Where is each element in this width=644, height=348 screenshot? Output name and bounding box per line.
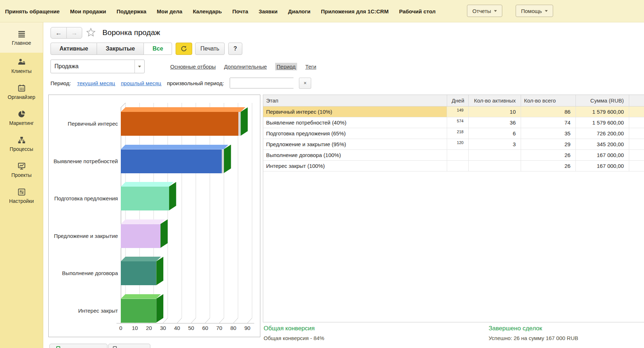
previous-month-link[interactable]: прошлый месяц bbox=[121, 80, 161, 86]
cell-days: 574 bbox=[447, 117, 469, 128]
funnel-bar bbox=[121, 149, 222, 173]
gray-checkbox-icon bbox=[113, 346, 117, 348]
cell-days: 149 bbox=[447, 106, 469, 117]
x-axis-tick-label: 90 bbox=[241, 325, 253, 331]
combo-dropdown-button[interactable] bbox=[134, 60, 144, 73]
refresh-button[interactable] bbox=[176, 43, 192, 55]
funnel-bar bbox=[121, 224, 160, 248]
funnel-type-select[interactable]: Продажа bbox=[50, 60, 145, 73]
flow-icon bbox=[1, 136, 42, 145]
partial-button-2[interactable] bbox=[108, 344, 150, 348]
clients-icon bbox=[1, 58, 42, 67]
sidebar-item-label: Органайзер bbox=[8, 94, 35, 100]
partial-button-1[interactable] bbox=[49, 344, 107, 348]
funnel-bar-end-cap bbox=[156, 294, 163, 323]
x-axis-tick-label: 80 bbox=[227, 325, 239, 331]
x-axis-tick-label: 40 bbox=[171, 325, 183, 331]
x-axis-tick-label: 30 bbox=[157, 325, 169, 331]
column-header-1[interactable]: Этап bbox=[263, 95, 447, 106]
cell-active: 6 bbox=[469, 128, 521, 139]
funnel-bar-gray-segment bbox=[238, 112, 241, 136]
cell-days bbox=[447, 161, 469, 171]
sidebar-item-4[interactable]: Маркетинг bbox=[0, 105, 43, 131]
funnel-bar-top-face bbox=[121, 257, 161, 261]
sidebar-item-label: Проекты bbox=[11, 172, 31, 178]
cell-sum: 167 000,00 bbox=[576, 150, 629, 160]
filter-link-4[interactable]: Теги bbox=[305, 64, 317, 70]
cell-total: 74 bbox=[521, 117, 576, 128]
nav-item-10[interactable]: Рабочий стол bbox=[399, 8, 436, 14]
nav-item-8[interactable]: Диалоги bbox=[288, 8, 310, 14]
sidebar-item-1[interactable]: Главное bbox=[0, 22, 43, 53]
column-header-5[interactable]: Сумма (RUB) bbox=[576, 95, 629, 106]
column-header-3[interactable]: Кол-во активных bbox=[469, 95, 521, 106]
nav-item-3[interactable]: Поддержка bbox=[116, 8, 146, 14]
print-button[interactable]: Печать bbox=[195, 43, 225, 55]
pie-chart-icon bbox=[1, 110, 42, 119]
sidebar-item-label: Главное bbox=[12, 40, 31, 46]
nav-item-4[interactable]: Мои дела bbox=[157, 8, 182, 14]
monitor-chart-icon bbox=[1, 162, 42, 171]
nav-item-5[interactable]: Календарь bbox=[193, 8, 222, 14]
x-axis-tick-label: 0 bbox=[115, 325, 127, 331]
cell-total: 26 bbox=[521, 161, 576, 171]
funnel-bar-gray-segment bbox=[222, 149, 224, 173]
nav-item-1[interactable]: Принять обращение bbox=[5, 8, 59, 14]
cell-active bbox=[469, 150, 521, 160]
table-row[interactable]: Выполнение договора (100%)26167 000,00 bbox=[263, 150, 644, 161]
chart-category-label: Выполнение договора bbox=[50, 270, 118, 276]
cell-stage: Выявление потребностей (40%) bbox=[263, 117, 447, 128]
sidebar-item-3[interactable]: Органайзер bbox=[0, 79, 43, 105]
current-month-link[interactable]: текущий месяц bbox=[77, 80, 115, 86]
period-label: Период: bbox=[50, 80, 71, 86]
cell-sum: 1 579 600,00 bbox=[576, 106, 629, 117]
cell-stage: Интерес закрыт (100%) bbox=[263, 161, 447, 171]
table-row[interactable]: Первичный интерес (10%)14910861 579 600,… bbox=[263, 106, 644, 117]
chart-category-label: Интерес закрыт bbox=[50, 308, 118, 314]
funnel-bar-end-cap bbox=[169, 182, 176, 210]
help-button[interactable]: ? bbox=[228, 43, 242, 55]
x-axis-tick-label: 10 bbox=[129, 325, 141, 331]
sidebar-item-label: Маркетинг bbox=[9, 120, 34, 126]
cell-extra bbox=[629, 106, 644, 117]
nav-item-7[interactable]: Заявки bbox=[259, 8, 277, 14]
forward-button[interactable]: → bbox=[67, 27, 82, 38]
column-header-2[interactable]: Дней bbox=[447, 95, 469, 106]
table-row[interactable]: Предложение и закрытие (95%)120329345 20… bbox=[263, 139, 644, 150]
filter-link-1[interactable]: Основные отборы bbox=[170, 64, 216, 70]
funnel-bar bbox=[121, 187, 169, 210]
filter-link-3[interactable]: Период bbox=[275, 63, 297, 70]
sidebar-item-7[interactable]: Настройки bbox=[0, 183, 43, 209]
funnel-bar-top-face bbox=[121, 294, 161, 299]
sidebar: ГлавноеКлиентыОрганайзерМаркетингПроцесс… bbox=[0, 22, 43, 348]
sidebar-item-5[interactable]: Процессы bbox=[0, 131, 43, 157]
funnel-bar-end-cap bbox=[241, 107, 248, 136]
back-button[interactable]: ← bbox=[51, 27, 67, 38]
table-row[interactable]: Выявление потребностей (40%)57436741 579… bbox=[263, 117, 644, 128]
custom-period-input[interactable] bbox=[230, 78, 300, 88]
table-row[interactable]: Интерес закрыт (100%)26167 000,00 bbox=[263, 161, 644, 171]
funnel-bar-end-cap bbox=[160, 219, 168, 248]
tab-2[interactable]: Закрытые bbox=[97, 43, 144, 55]
x-axis-tick-label: 60 bbox=[199, 325, 211, 331]
sidebar-item-2[interactable]: Клиенты bbox=[0, 53, 43, 79]
tab-1[interactable]: Активные bbox=[50, 43, 97, 55]
table-row[interactable]: Подготовка предложения (65%)218635726 20… bbox=[263, 128, 644, 139]
sidebar-item-label: Настройки bbox=[9, 198, 34, 204]
tab-3[interactable]: Все bbox=[144, 43, 172, 55]
sidebar-item-6[interactable]: Проекты bbox=[0, 157, 43, 183]
reports-button[interactable]: Отчеты bbox=[467, 5, 502, 17]
nav-item-6[interactable]: Почта bbox=[232, 8, 248, 14]
funnel-bar-top-face bbox=[121, 107, 245, 112]
clear-period-button[interactable]: × bbox=[299, 78, 311, 89]
help-menu-button[interactable]: Помощь bbox=[516, 5, 553, 17]
refresh-icon bbox=[181, 45, 187, 52]
filter-link-2[interactable]: Дополнительные bbox=[224, 64, 267, 70]
column-header-4[interactable]: Кол-во всего bbox=[521, 95, 576, 106]
column-header-extra bbox=[629, 95, 644, 106]
nav-item-2[interactable]: Мои продажи bbox=[70, 8, 106, 14]
cell-stage: Предложение и закрытие (95%) bbox=[263, 139, 447, 149]
funnel-bar-top-face bbox=[121, 219, 165, 224]
nav-item-9[interactable]: Приложения для 1С:CRM bbox=[321, 8, 389, 14]
favorite-star-icon[interactable] bbox=[86, 27, 96, 39]
